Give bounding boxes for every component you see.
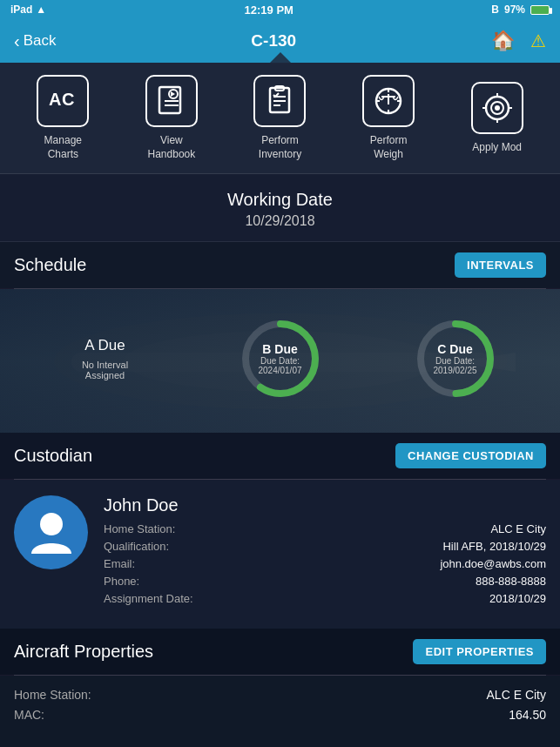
status-right: B 97% bbox=[491, 3, 550, 16]
c-due-ring: C Due Due Date:2019/02/25 bbox=[412, 315, 499, 402]
wifi-icon: ▲ bbox=[36, 3, 46, 16]
apply-mod-label: Apply Mod bbox=[472, 141, 522, 155]
prop-home-station-label: Home Station: bbox=[14, 688, 91, 702]
custodian-avatar bbox=[14, 495, 88, 569]
icon-toolbar: A C ManageCharts ViewHandbook bbox=[0, 63, 560, 174]
home-icon[interactable]: 🏠 bbox=[491, 30, 515, 52]
schedule-title: Schedule bbox=[14, 255, 86, 275]
prop-mac-label: MAC: bbox=[14, 708, 44, 722]
view-handbook-label: ViewHandbook bbox=[148, 134, 196, 161]
bluetooth-icon: B bbox=[491, 3, 499, 16]
a-due-label: A Due bbox=[84, 337, 125, 354]
perform-inventory-label: PerformInventory bbox=[259, 134, 301, 161]
a-due-sublabel: No Interval Assigned bbox=[62, 360, 149, 380]
prop-home-station-row: Home Station: ALC E City bbox=[14, 688, 546, 702]
alert-icon[interactable]: ⚠ bbox=[530, 30, 546, 51]
toolbar-caret bbox=[268, 52, 293, 64]
c-due-card: C Due Due Date:2019/02/25 bbox=[412, 315, 499, 402]
assignment-date-label: Assignment Date: bbox=[104, 592, 193, 605]
prop-home-station-value: ALC E City bbox=[487, 688, 546, 702]
battery-label: 97% bbox=[504, 3, 525, 16]
email-label: Email: bbox=[104, 557, 135, 570]
status-bar: iPad ▲ 12:19 PM B 97% bbox=[0, 0, 560, 19]
working-date-section: Working Date 10/29/2018 bbox=[0, 174, 560, 242]
svg-point-20 bbox=[495, 105, 500, 111]
custodian-home-station-row: Home Station: ALC E City bbox=[104, 522, 546, 535]
custodian-qualification-row: Qualification: Hill AFB, 2018/10/29 bbox=[104, 540, 546, 553]
properties-title: Aircraft Properties bbox=[14, 642, 153, 662]
manage-charts-icon: A C bbox=[37, 75, 89, 127]
toolbar-view-handbook[interactable]: ViewHandbook bbox=[145, 75, 198, 161]
qualification-value: Hill AFB, 2018/10/29 bbox=[442, 540, 546, 553]
perform-inventory-icon bbox=[253, 75, 306, 127]
qualification-label: Qualification: bbox=[104, 540, 169, 553]
properties-area: Home Station: ALC E City MAC: 164.50 bbox=[0, 676, 560, 747]
status-left: iPad ▲ bbox=[10, 3, 46, 16]
schedule-cards: A Due No Interval Assigned B Due Due Dat… bbox=[0, 289, 560, 433]
manage-charts-label: ManageCharts bbox=[44, 134, 82, 161]
toolbar-manage-charts[interactable]: A C ManageCharts bbox=[37, 75, 89, 161]
nav-title: C-130 bbox=[251, 31, 296, 50]
custodian-area: John Doe Home Station: ALC E City Qualif… bbox=[0, 480, 560, 629]
back-label: Back bbox=[24, 32, 57, 50]
custodian-phone-row: Phone: 888-888-8888 bbox=[104, 575, 546, 588]
a-due-card: A Due No Interval Assigned bbox=[62, 337, 149, 380]
home-station-value: ALC E City bbox=[490, 522, 546, 535]
svg-point-33 bbox=[40, 513, 63, 535]
phone-label: Phone: bbox=[104, 575, 139, 588]
toolbar-perform-inventory[interactable]: PerformInventory bbox=[253, 75, 306, 161]
b-due-text: B Due Due Date:2024/01/07 bbox=[237, 315, 324, 402]
phone-value: 888-888-8888 bbox=[476, 575, 546, 588]
custodian-assignment-date-row: Assignment Date: 2018/10/29 bbox=[104, 592, 546, 605]
edit-properties-button[interactable]: EDIT PROPERTIES bbox=[413, 639, 546, 664]
prop-mac-value: 164.50 bbox=[509, 708, 546, 722]
prop-mac-row: MAC: 164.50 bbox=[14, 708, 546, 722]
schedule-area: A Due No Interval Assigned B Due Due Dat… bbox=[0, 289, 560, 433]
back-chevron-icon: ‹ bbox=[14, 31, 20, 51]
intervals-button[interactable]: INTERVALS bbox=[455, 252, 546, 278]
email-value: john.doe@awbs.com bbox=[440, 557, 546, 570]
working-date-title: Working Date bbox=[0, 190, 560, 210]
custodian-title: Custodian bbox=[14, 446, 92, 466]
assignment-date-value: 2018/10/29 bbox=[489, 592, 546, 605]
svg-text:A: A bbox=[49, 90, 61, 109]
battery-icon bbox=[530, 5, 550, 15]
custodian-info: John Doe Home Station: ALC E City Qualif… bbox=[104, 495, 546, 609]
custodian-name: John Doe bbox=[104, 495, 546, 515]
home-station-label: Home Station: bbox=[104, 522, 175, 535]
toolbar-perform-weigh[interactable]: PerformWeigh bbox=[362, 75, 415, 161]
perform-weigh-label: PerformWeigh bbox=[370, 134, 408, 161]
custodian-content: John Doe Home Station: ALC E City Qualif… bbox=[0, 480, 560, 629]
b-due-ring: B Due Due Date:2024/01/07 bbox=[237, 315, 324, 402]
nav-right-icons: 🏠 ⚠ bbox=[491, 30, 546, 52]
toolbar-apply-mod[interactable]: Apply Mod bbox=[471, 82, 523, 155]
svg-text:C: C bbox=[62, 90, 74, 109]
apply-mod-icon bbox=[471, 82, 523, 134]
carrier-label: iPad bbox=[10, 3, 32, 16]
properties-header: Aircraft Properties EDIT PROPERTIES bbox=[0, 629, 560, 675]
perform-weigh-icon bbox=[362, 75, 415, 127]
custodian-header: Custodian CHANGE CUSTODIAN bbox=[0, 433, 560, 479]
schedule-header: Schedule INTERVALS bbox=[0, 242, 560, 288]
status-time: 12:19 PM bbox=[245, 3, 293, 17]
b-due-card: B Due Due Date:2024/01/07 bbox=[237, 315, 324, 402]
view-handbook-icon bbox=[145, 75, 198, 127]
working-date-value: 10/29/2018 bbox=[0, 213, 560, 229]
custodian-email-row: Email: john.doe@awbs.com bbox=[104, 557, 546, 570]
c-due-text: C Due Due Date:2019/02/25 bbox=[412, 315, 499, 402]
change-custodian-button[interactable]: CHANGE CUSTODIAN bbox=[395, 443, 546, 468]
back-button[interactable]: ‹ Back bbox=[14, 31, 56, 51]
properties-content: Home Station: ALC E City MAC: 164.50 bbox=[0, 676, 560, 740]
